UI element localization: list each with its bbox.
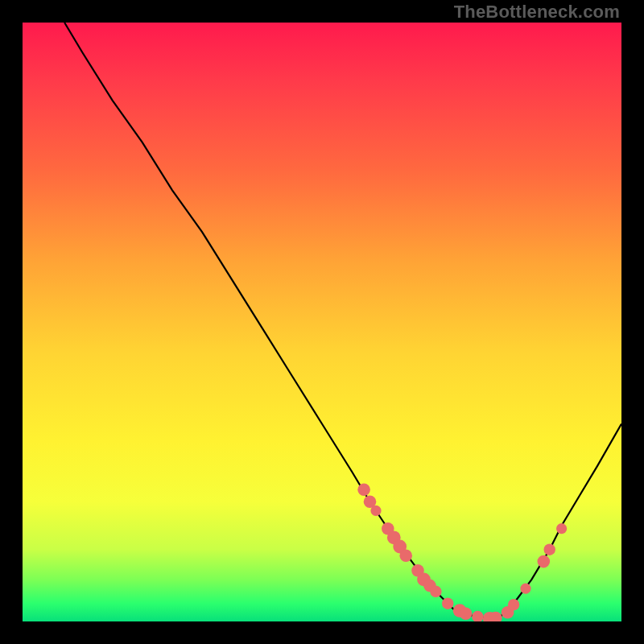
chart-gradient-background	[23, 23, 621, 621]
watermark-text: TheBottleneck.com	[454, 2, 620, 23]
chart-frame	[23, 23, 621, 621]
